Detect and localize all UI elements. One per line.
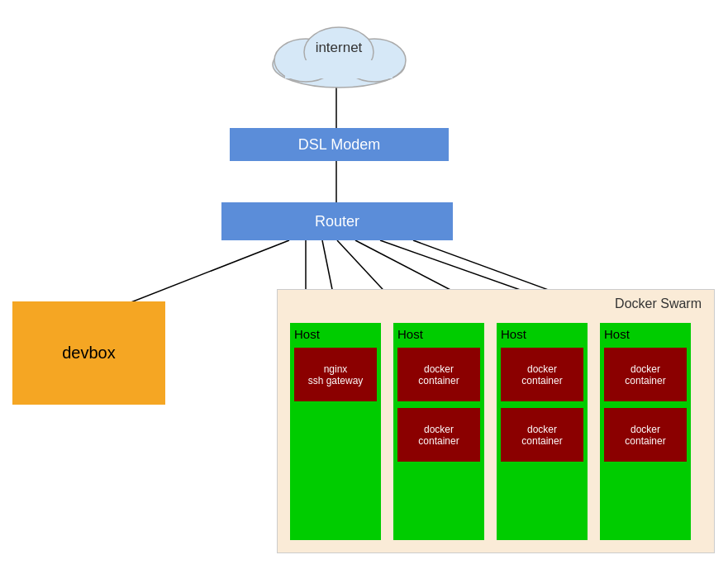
host-1-label: Host — [294, 327, 377, 341]
devbox-box: devbox — [12, 301, 165, 405]
dc-label-4b: dockercontainer — [625, 424, 665, 447]
router-label: Router — [315, 213, 359, 230]
host-4-label: Host — [604, 327, 687, 341]
host-2-label: Host — [397, 327, 480, 341]
host-col-1: Host nginxssh gateway — [290, 323, 381, 540]
host-col-3: Host dockercontainer dockercontainer — [497, 323, 588, 540]
dc-label-3b: dockercontainer — [521, 424, 562, 447]
docker-container-4b: dockercontainer — [604, 408, 687, 462]
nginx-box: nginxssh gateway — [294, 348, 377, 401]
router-box: Router — [221, 202, 453, 240]
docker-container-2b: dockercontainer — [397, 408, 480, 462]
docker-container-2a: dockercontainer — [397, 348, 480, 401]
dc-label-2a: dockercontainer — [418, 363, 459, 386]
docker-container-3a: dockercontainer — [501, 348, 583, 401]
dsl-modem-box: DSL Modem — [230, 128, 449, 161]
dc-label-4a: dockercontainer — [625, 363, 665, 386]
host-col-2: Host dockercontainer dockercontainer — [393, 323, 484, 540]
dc-label-2b: dockercontainer — [418, 424, 459, 447]
internet-label: internet — [252, 40, 426, 56]
svg-rect-13 — [285, 60, 393, 78]
dc-label-3a: dockercontainer — [521, 363, 562, 386]
dsl-modem-label: DSL Modem — [298, 136, 380, 154]
host-col-4: Host dockercontainer dockercontainer — [600, 323, 691, 540]
devbox-label: devbox — [62, 344, 116, 363]
host-3-label: Host — [501, 327, 583, 341]
docker-container-3b: dockercontainer — [501, 408, 583, 462]
docker-swarm-container: Docker Swarm Host nginxssh gateway Host … — [277, 289, 715, 553]
docker-swarm-label: Docker Swarm — [615, 296, 702, 311]
docker-container-4a: dockercontainer — [604, 348, 687, 401]
nginx-label: nginxssh gateway — [308, 363, 364, 386]
